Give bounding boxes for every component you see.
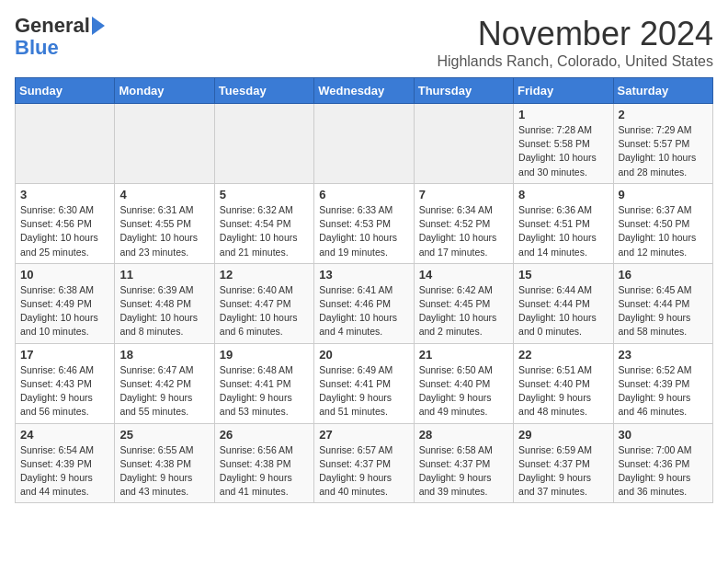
day-info: Sunrise: 6:40 AM Sunset: 4:47 PM Dayligh… <box>220 283 309 339</box>
weekday-header: Saturday <box>613 78 712 104</box>
calendar-cell: 25Sunrise: 6:55 AM Sunset: 4:38 PM Dayli… <box>115 423 214 503</box>
calendar-cell: 28Sunrise: 6:58 AM Sunset: 4:37 PM Dayli… <box>414 423 513 503</box>
calendar-week-row: 3Sunrise: 6:30 AM Sunset: 4:56 PM Daylig… <box>16 183 713 263</box>
day-info: Sunrise: 6:48 AM Sunset: 4:41 PM Dayligh… <box>220 363 309 419</box>
day-number: 5 <box>220 188 309 201</box>
calendar-cell: 22Sunrise: 6:51 AM Sunset: 4:40 PM Dayli… <box>514 343 613 423</box>
calendar-cell: 3Sunrise: 6:30 AM Sunset: 4:56 PM Daylig… <box>16 183 115 263</box>
day-info: Sunrise: 6:46 AM Sunset: 4:43 PM Dayligh… <box>20 363 109 419</box>
day-info: Sunrise: 6:41 AM Sunset: 4:46 PM Dayligh… <box>319 283 408 339</box>
day-info: Sunrise: 6:34 AM Sunset: 4:52 PM Dayligh… <box>419 203 508 259</box>
day-number: 19 <box>220 348 309 362</box>
day-number: 30 <box>619 428 708 442</box>
calendar-cell: 24Sunrise: 6:54 AM Sunset: 4:39 PM Dayli… <box>16 423 115 503</box>
calendar-cell: 15Sunrise: 6:44 AM Sunset: 4:44 PM Dayli… <box>514 263 613 343</box>
day-info: Sunrise: 6:51 AM Sunset: 4:40 PM Dayligh… <box>518 363 608 419</box>
calendar-table: SundayMondayTuesdayWednesdayThursdayFrid… <box>15 77 713 503</box>
calendar-cell <box>414 104 513 184</box>
day-info: Sunrise: 6:38 AM Sunset: 4:49 PM Dayligh… <box>20 283 109 339</box>
day-number: 8 <box>518 188 608 201</box>
calendar-cell: 9Sunrise: 6:37 AM Sunset: 4:50 PM Daylig… <box>613 183 712 263</box>
day-number: 18 <box>119 348 209 362</box>
day-number: 17 <box>20 348 109 362</box>
day-info: Sunrise: 6:57 AM Sunset: 4:37 PM Dayligh… <box>319 443 408 500</box>
month-title: November 2024 <box>437 15 713 53</box>
calendar-cell: 8Sunrise: 6:36 AM Sunset: 4:51 PM Daylig… <box>514 183 613 263</box>
day-number: 29 <box>518 428 608 442</box>
calendar-week-row: 1Sunrise: 7:28 AM Sunset: 5:58 PM Daylig… <box>16 104 713 184</box>
weekday-header-row: SundayMondayTuesdayWednesdayThursdayFrid… <box>16 78 713 104</box>
day-number: 27 <box>319 428 408 442</box>
calendar-week-row: 24Sunrise: 6:54 AM Sunset: 4:39 PM Dayli… <box>16 423 713 503</box>
calendar-week-row: 10Sunrise: 6:38 AM Sunset: 4:49 PM Dayli… <box>16 263 713 343</box>
logo-blue-text: Blue <box>15 37 59 59</box>
weekday-header: Tuesday <box>214 78 313 104</box>
logo-text: General <box>15 15 90 37</box>
location-title: Highlands Ranch, Colorado, United States <box>437 53 713 70</box>
calendar-cell <box>115 104 214 184</box>
calendar-cell: 12Sunrise: 6:40 AM Sunset: 4:47 PM Dayli… <box>214 263 313 343</box>
calendar-cell: 27Sunrise: 6:57 AM Sunset: 4:37 PM Dayli… <box>314 423 414 503</box>
day-number: 9 <box>619 188 708 201</box>
day-number: 24 <box>20 428 109 442</box>
weekday-header: Sunday <box>16 78 115 104</box>
day-number: 14 <box>419 268 508 282</box>
day-info: Sunrise: 6:42 AM Sunset: 4:45 PM Dayligh… <box>419 283 508 339</box>
day-info: Sunrise: 6:55 AM Sunset: 4:38 PM Dayligh… <box>119 443 209 500</box>
day-number: 1 <box>518 108 608 121</box>
day-number: 22 <box>518 348 608 362</box>
day-number: 13 <box>319 268 408 282</box>
calendar-cell: 29Sunrise: 6:59 AM Sunset: 4:37 PM Dayli… <box>514 423 613 503</box>
day-info: Sunrise: 6:49 AM Sunset: 4:41 PM Dayligh… <box>319 363 408 419</box>
day-info: Sunrise: 6:37 AM Sunset: 4:50 PM Dayligh… <box>619 203 708 259</box>
calendar-cell <box>16 104 115 184</box>
calendar-cell: 21Sunrise: 6:50 AM Sunset: 4:40 PM Dayli… <box>414 343 513 423</box>
day-info: Sunrise: 6:31 AM Sunset: 4:55 PM Dayligh… <box>119 203 209 259</box>
day-number: 2 <box>619 108 708 121</box>
calendar-cell: 13Sunrise: 6:41 AM Sunset: 4:46 PM Dayli… <box>314 263 414 343</box>
day-number: 10 <box>20 268 109 282</box>
calendar-cell: 18Sunrise: 6:47 AM Sunset: 4:42 PM Dayli… <box>115 343 214 423</box>
calendar-week-row: 17Sunrise: 6:46 AM Sunset: 4:43 PM Dayli… <box>16 343 713 423</box>
calendar-cell: 4Sunrise: 6:31 AM Sunset: 4:55 PM Daylig… <box>115 183 214 263</box>
day-number: 6 <box>319 188 408 201</box>
day-number: 4 <box>119 188 209 201</box>
calendar-cell: 17Sunrise: 6:46 AM Sunset: 4:43 PM Dayli… <box>16 343 115 423</box>
calendar-cell: 26Sunrise: 6:56 AM Sunset: 4:38 PM Dayli… <box>214 423 313 503</box>
day-info: Sunrise: 6:59 AM Sunset: 4:37 PM Dayligh… <box>518 443 608 500</box>
day-number: 26 <box>220 428 309 442</box>
day-number: 12 <box>220 268 309 282</box>
calendar-cell: 16Sunrise: 6:45 AM Sunset: 4:44 PM Dayli… <box>613 263 712 343</box>
day-info: Sunrise: 6:54 AM Sunset: 4:39 PM Dayligh… <box>20 443 109 500</box>
calendar-cell: 1Sunrise: 7:28 AM Sunset: 5:58 PM Daylig… <box>514 104 613 184</box>
day-info: Sunrise: 6:44 AM Sunset: 4:44 PM Dayligh… <box>518 283 608 339</box>
calendar-cell: 2Sunrise: 7:29 AM Sunset: 5:57 PM Daylig… <box>613 104 712 184</box>
weekday-header: Thursday <box>414 78 513 104</box>
weekday-header: Wednesday <box>314 78 414 104</box>
calendar-cell: 7Sunrise: 6:34 AM Sunset: 4:52 PM Daylig… <box>414 183 513 263</box>
logo: General Blue <box>15 15 105 59</box>
day-number: 20 <box>319 348 408 362</box>
day-info: Sunrise: 6:58 AM Sunset: 4:37 PM Dayligh… <box>419 443 508 500</box>
calendar-cell: 6Sunrise: 6:33 AM Sunset: 4:53 PM Daylig… <box>314 183 414 263</box>
day-info: Sunrise: 6:32 AM Sunset: 4:54 PM Dayligh… <box>220 203 309 259</box>
day-number: 28 <box>419 428 508 442</box>
weekday-header: Monday <box>115 78 214 104</box>
day-number: 25 <box>119 428 209 442</box>
calendar-cell: 23Sunrise: 6:52 AM Sunset: 4:39 PM Dayli… <box>613 343 712 423</box>
calendar-cell: 5Sunrise: 6:32 AM Sunset: 4:54 PM Daylig… <box>214 183 313 263</box>
day-number: 23 <box>619 348 708 362</box>
day-info: Sunrise: 6:39 AM Sunset: 4:48 PM Dayligh… <box>119 283 209 339</box>
calendar-cell: 10Sunrise: 6:38 AM Sunset: 4:49 PM Dayli… <box>16 263 115 343</box>
weekday-header: Friday <box>514 78 613 104</box>
day-info: Sunrise: 6:56 AM Sunset: 4:38 PM Dayligh… <box>220 443 309 500</box>
calendar-cell: 20Sunrise: 6:49 AM Sunset: 4:41 PM Dayli… <box>314 343 414 423</box>
day-number: 16 <box>619 268 708 282</box>
day-number: 3 <box>20 188 109 201</box>
calendar-cell: 19Sunrise: 6:48 AM Sunset: 4:41 PM Dayli… <box>214 343 313 423</box>
header: General Blue November 2024 Highlands Ran… <box>15 15 713 70</box>
day-info: Sunrise: 6:36 AM Sunset: 4:51 PM Dayligh… <box>518 203 608 259</box>
day-info: Sunrise: 7:29 AM Sunset: 5:57 PM Dayligh… <box>619 123 708 179</box>
day-number: 11 <box>119 268 209 282</box>
day-info: Sunrise: 6:33 AM Sunset: 4:53 PM Dayligh… <box>319 203 408 259</box>
